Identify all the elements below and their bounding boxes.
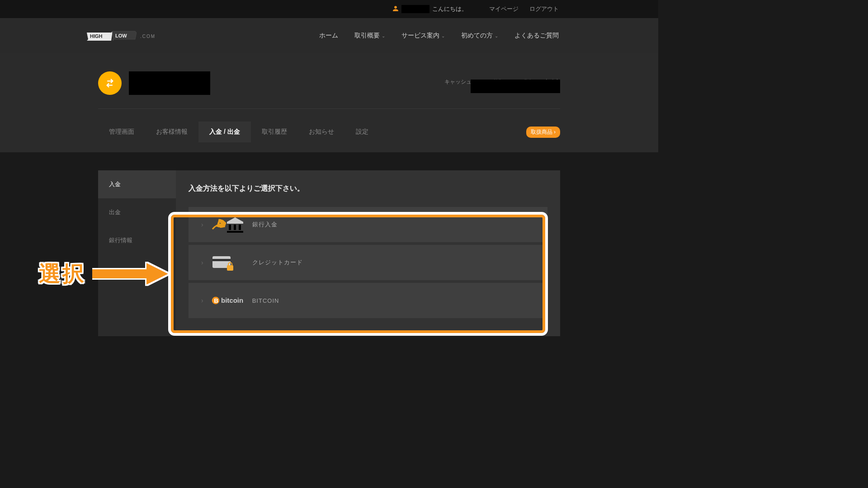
method-card[interactable]: › クレジットカード <box>189 245 547 280</box>
account-header: キャッシュバック可能額 現在の口座残高 管理画面 お客様情報 入金 / 出金 取… <box>0 53 658 152</box>
method-card-label: クレジットカード <box>252 258 303 267</box>
avatar <box>98 71 122 95</box>
brand-logo[interactable]: HIGH LOW .COM <box>87 30 156 42</box>
svg-rect-7 <box>227 231 243 233</box>
svg-rect-6 <box>239 225 241 230</box>
tab-notices[interactable]: お知らせ <box>298 122 345 142</box>
svg-text:HIGH: HIGH <box>90 33 103 39</box>
tab-profile[interactable]: お客様情報 <box>145 122 198 142</box>
greeting-suffix: こんにちは。 <box>432 5 467 13</box>
products-badge[interactable]: 取扱商品 › <box>526 127 560 138</box>
mypage-link[interactable]: マイページ <box>489 5 519 13</box>
svg-text:bitcoin: bitcoin <box>221 296 243 304</box>
nav-links: ホーム 取引概要⌄ サービス案内⌄ 初めての方⌄ よくあるご質問 <box>319 32 559 40</box>
chevron-right-icon: › <box>201 221 203 228</box>
nav-home[interactable]: ホーム <box>319 32 338 40</box>
side-deposit[interactable]: 入金 <box>98 170 176 198</box>
bank-icon <box>212 216 252 234</box>
tab-settings[interactable]: 設定 <box>345 122 379 142</box>
method-bitcoin[interactable]: › B bitcoin BITCOIN <box>189 283 547 318</box>
svg-rect-10 <box>227 265 233 271</box>
redacted-account-name <box>129 71 210 95</box>
content-wrapper: 入金 出金 銀行情報 入金方法を以下よりご選択下さい。 › <box>98 170 560 336</box>
credit-card-icon <box>212 253 252 272</box>
method-bitcoin-label: BITCOIN <box>252 297 279 304</box>
nav-beginners[interactable]: 初めての方⌄ <box>461 32 498 40</box>
side-bank[interactable]: 銀行情報 <box>98 226 176 254</box>
svg-text:B: B <box>214 297 218 304</box>
highlow-logo-icon: HIGH LOW <box>87 30 137 42</box>
side-menu: 入金 出金 銀行情報 <box>98 170 176 336</box>
redacted-username <box>401 5 429 13</box>
top-utility-bar: こんにちは。 マイページ ログアウト <box>0 0 658 18</box>
nav-faq[interactable]: よくあるご質問 <box>514 32 559 40</box>
swap-icon <box>104 77 116 89</box>
chevron-down-icon: ⌄ <box>495 33 498 38</box>
logo-com-suffix: .COM <box>140 34 156 39</box>
svg-rect-4 <box>229 225 231 230</box>
bitcoin-icon: B bitcoin <box>212 294 252 307</box>
account-tabs: 管理画面 お客様情報 入金 / 出金 取引履歴 お知らせ 設定 取扱商品 › <box>98 122 560 142</box>
svg-text:LOW: LOW <box>115 33 127 38</box>
svg-rect-9 <box>212 259 231 261</box>
method-bank-label: 銀行入金 <box>252 221 278 229</box>
logout-link[interactable]: ログアウト <box>529 5 559 13</box>
tab-funds[interactable]: 入金 / 出金 <box>198 122 251 142</box>
chevron-down-icon: ⌄ <box>441 33 445 38</box>
svg-rect-5 <box>234 225 236 230</box>
chevron-right-icon: › <box>201 259 203 266</box>
panel-title: 入金方法を以下よりご選択下さい。 <box>189 184 547 193</box>
chevron-right-icon: › <box>201 297 203 304</box>
tab-dashboard[interactable]: 管理画面 <box>98 122 145 142</box>
method-bank[interactable]: › 銀行入金 <box>189 207 547 242</box>
content-panel: 入金方法を以下よりご選択下さい。 › <box>176 170 560 336</box>
nav-summary[interactable]: 取引概要⌄ <box>354 32 385 40</box>
side-withdraw[interactable]: 出金 <box>98 198 176 226</box>
user-icon <box>392 5 399 13</box>
chevron-down-icon: ⌄ <box>382 33 385 38</box>
main-nav-bar: HIGH LOW .COM ホーム 取引概要⌄ サービス案内⌄ 初めての方⌄ よ… <box>0 18 658 53</box>
tab-history[interactable]: 取引履歴 <box>251 122 298 142</box>
annotation-label: 選択 <box>39 259 86 288</box>
redacted-balance-value <box>471 80 560 93</box>
nav-services[interactable]: サービス案内⌄ <box>401 32 445 40</box>
deposit-method-list: › 銀行入金 › <box>189 207 547 318</box>
